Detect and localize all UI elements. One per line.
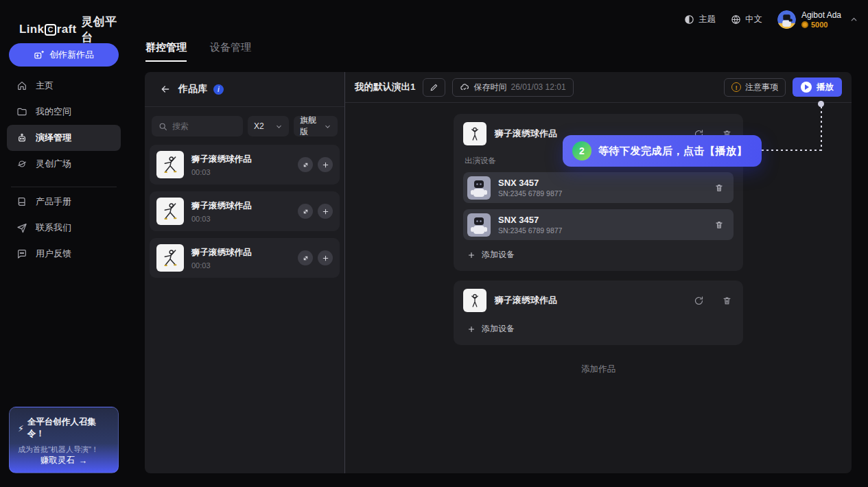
sidebar-item-label: 演绎管理 [36,132,71,144]
sidebar-item-label: 联系我们 [36,222,71,234]
sidebar-divider [11,187,117,187]
sidebar-item-contact-us[interactable]: 联系我们 [7,215,121,241]
library-panel: 作品库 i X2 旗舰版 狮子滚绣球作品 [145,72,345,473]
work-thumbnail [156,151,184,178]
sidebar-item-performance-management[interactable]: 演绎管理 [7,125,121,151]
play-button[interactable]: 播放 [793,78,842,97]
home-icon [16,80,27,91]
device-row[interactable]: SNX 3457 SN:2345 6789 9877 [463,172,734,203]
content-panel: 作品库 i X2 旗舰版 狮子滚绣球作品 [145,72,852,473]
plus-icon [467,251,476,259]
work-duration: 00:03 [191,168,290,176]
coin-icon [801,21,808,28]
edit-title-button[interactable] [423,78,445,97]
step-badge: 2 [572,141,591,161]
library-title: 作品库 [178,83,207,95]
save-time: 26/01/03 12:01 [511,82,566,92]
add-device-button[interactable]: 添加设备 [467,249,734,261]
stage-panel: 我的默认演出1 保存时间 26/01/03 12:01 ! 注意事项 播放 [345,72,852,473]
plus-icon [467,325,476,333]
brand-text: Link [19,23,44,36]
search-icon [159,122,167,131]
device-name: SNX 3457 [498,215,705,225]
create-new-work-label: 创作新作品 [49,49,94,61]
username: Agibot Ada [801,10,841,21]
device-sn: SN:2345 6789 9877 [498,226,705,235]
tab-device-management[interactable]: 设备管理 [210,41,251,62]
notice-button[interactable]: ! 注意事项 [724,78,786,97]
chevron-down-icon [275,123,283,130]
language-switcher[interactable]: 中文 [731,14,762,25]
work-thumbnail [156,198,184,225]
sidebar-nav-secondary: 产品手册 联系我们 用户反馈 [7,189,121,267]
work-thumbnail [156,244,184,272]
search-box[interactable] [152,116,243,136]
notice-info-icon: ! [731,82,741,92]
stage-header: 我的默认演出1 保存时间 26/01/03 12:01 ! 注意事项 播放 [345,72,852,103]
lightning-icon: ⚡ [18,423,24,433]
brand-logo: LinkCraft 灵创平台 [19,14,128,45]
delete-card-button[interactable] [720,294,734,307]
main-tabs: 群控管理 设备管理 [145,41,251,62]
topbar: 主题 中文 Agibot Ada 5000 [684,0,858,38]
delete-device-button[interactable] [713,219,725,231]
add-to-stage-button[interactable] [318,250,333,265]
info-icon[interactable]: i [213,84,224,95]
device-sn: SN:2345 6789 9877 [498,189,705,198]
device-avatar [467,176,491,200]
sidebar-item-label: 灵创广场 [36,158,71,170]
pencil-icon [430,83,438,92]
tab-group-control[interactable]: 群控管理 [145,41,187,62]
delete-device-button[interactable] [713,182,725,194]
search-input[interactable] [172,121,234,131]
create-new-work-button[interactable]: 创作新作品 [9,43,119,67]
work-title: 狮子滚绣球作品 [191,200,290,212]
back-icon[interactable] [159,82,172,96]
promo-card: ⚡ 全平台创作人召集令！ 成为首批"机器人导演"！ 赚取灵石 → [9,407,119,473]
expand-button[interactable] [298,204,313,219]
expand-button[interactable] [298,250,313,265]
user-menu[interactable]: Agibot Ada 5000 [777,10,858,29]
book-icon [16,196,27,207]
earn-gems-button[interactable]: 赚取灵石 → [10,449,118,473]
coin-balance: 5000 [811,21,828,29]
tooltip-text: 等待下发完成后，点击【播放】 [598,145,747,158]
video-plus-icon [34,50,44,60]
version-select[interactable]: 旗舰版 [294,116,338,136]
sidebar-item-creator-plaza[interactable]: 灵创广场 [7,151,121,177]
work-duration: 00:03 [191,215,290,223]
sidebar-item-label: 产品手册 [36,195,71,208]
notice-label: 注意事项 [745,82,778,93]
chevron-up-icon[interactable] [849,15,858,24]
work-thumbnail [463,122,486,145]
globe-icon [731,14,741,25]
sidebar-item-label: 用户反馈 [36,248,71,260]
cloud-check-icon [460,82,470,93]
device-avatar [467,213,491,237]
device-row[interactable]: SNX 3457 SN:2345 6789 9877 [463,209,734,240]
sidebar-item-label: 我的空间 [36,106,71,118]
sidebar-item-product-manual[interactable]: 产品手册 [7,189,121,215]
sidebar-item-user-feedback[interactable]: 用户反馈 [7,241,121,267]
add-work-button[interactable]: 添加作品 [581,364,615,375]
sidebar-item-home[interactable]: 主页 [7,73,121,99]
theme-toggle[interactable]: 主题 [684,14,716,25]
library-item[interactable]: 狮子滚绣球作品 00:03 [150,238,340,278]
add-device-button[interactable]: 添加设备 [467,323,734,335]
expand-button[interactable] [298,157,313,172]
library-item[interactable]: 狮子滚绣球作品 00:03 [150,191,340,231]
work-title: 狮子滚绣球作品 [495,294,684,307]
play-label: 播放 [817,82,834,93]
feedback-bubble-icon [16,248,27,259]
add-to-stage-button[interactable] [318,204,333,219]
work-title: 狮子滚绣球作品 [191,247,290,259]
speed-select[interactable]: X2 [248,116,289,136]
brand-cn: 灵创平台 [81,14,128,45]
save-status: 保存时间 26/01/03 12:01 [452,78,574,97]
add-to-stage-button[interactable] [318,157,333,172]
performance-card: 狮子滚绣球作品 添加设备 [454,281,743,345]
save-label: 保存时间 [474,82,507,93]
refresh-button[interactable] [692,294,705,307]
sidebar-item-my-space[interactable]: 我的空间 [7,99,121,125]
library-item[interactable]: 狮子滚绣球作品 00:03 [150,145,340,185]
